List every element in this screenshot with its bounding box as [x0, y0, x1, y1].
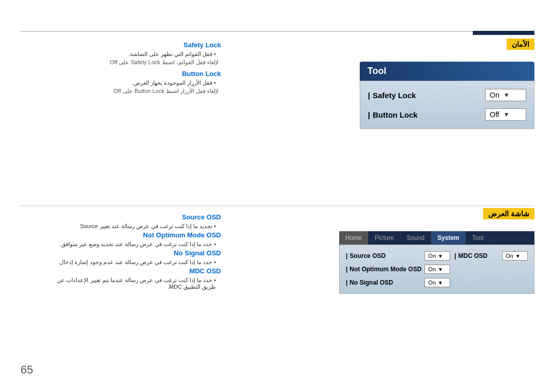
safety-lock-sub: لإلغاء قفل القوائم، اضبط Safety Lock على…	[51, 59, 221, 66]
source-osd-bullet: تحديد ما إذا كنت ترغب في عرض رسالة عند ت…	[51, 223, 221, 230]
top-divider	[21, 31, 534, 32]
safety-lock-value: On	[490, 91, 499, 99]
mdc-osd-bullet: حدد ما إذا كنت ترغب في عرض رسالة عندما ي…	[51, 277, 221, 290]
osd-mdc-value: On	[506, 253, 513, 259]
osd-source-value: On	[428, 253, 436, 259]
safety-lock-select[interactable]: On ▼	[485, 89, 526, 101]
osd-source-osd-row: Source OSD On ▼	[346, 251, 450, 260]
osd-source-select[interactable]: On ▼	[424, 251, 450, 260]
osd-no-signal-select[interactable]: On ▼	[424, 278, 450, 287]
osd-no-signal-arrow-icon: ▼	[438, 280, 443, 286]
osd-tabs: Home Picture Sound System Tool	[339, 231, 534, 245]
section-divider	[21, 206, 534, 206]
osd-not-optimum-label: Not Optimum Mode OSD	[346, 266, 421, 273]
tool-row-safety-lock: Safety Lock On ▼	[368, 89, 526, 101]
safety-lock-title: Safety Lock	[51, 41, 221, 49]
tool-panel-header: Tool	[360, 62, 534, 81]
osd-no-signal-label: No Signal OSD	[346, 279, 393, 286]
tab-tool[interactable]: Tool	[466, 231, 490, 245]
safety-lock-arrow-icon: ▼	[504, 91, 510, 99]
osd-empty-row-2	[454, 278, 528, 287]
osd-body: Source OSD On ▼ MDC OSD On ▼ Not Optimum…	[339, 245, 534, 294]
osd-not-optimum-value: On	[428, 266, 436, 272]
tab-picture[interactable]: Picture	[368, 231, 400, 245]
osd-not-optimum-select[interactable]: On ▼	[424, 265, 450, 274]
arabic-content-bottom: Source OSD تحديد ما إذا كنت ترغب في عرض …	[51, 213, 221, 292]
button-lock-arrow-icon: ▼	[503, 111, 509, 118]
tool-panel: Tool Safety Lock On ▼ Button Lock Off ▼	[360, 62, 534, 129]
tab-system[interactable]: System	[431, 231, 466, 245]
osd-mdc-arrow-icon: ▼	[515, 253, 521, 259]
button-lock-sub: لإلغاء قفل الأزرار اضبط Button Lock على …	[51, 88, 221, 95]
safety-lock-bullet: قفل القوائم التي تظهر على الشاشة.	[51, 51, 221, 58]
osd-empty-row-1	[454, 265, 528, 274]
no-signal-bullet: حدد ما إذا كنت ترغب في عرض رسالة عند عدم…	[51, 259, 221, 266]
arabic-label-top: الأمان	[507, 39, 534, 50]
osd-not-optimum-row: Not Optimum Mode OSD On ▼	[346, 265, 450, 274]
osd-no-signal-row: No Signal OSD On ▼	[346, 278, 450, 287]
not-optimum-title: Not Optimum Mode OSD	[51, 231, 221, 239]
osd-panel: Home Picture Sound System Tool Source OS…	[339, 231, 534, 294]
button-lock-label: Button Lock	[368, 110, 418, 119]
button-lock-value: Off	[490, 110, 499, 119]
arabic-content-top: Safety Lock قفل القوائم التي تظهر على ال…	[51, 41, 221, 99]
osd-mdc-select[interactable]: On ▼	[502, 251, 528, 260]
arabic-label-bottom: شاشة العرض	[483, 208, 534, 219]
tab-home[interactable]: Home	[339, 231, 368, 245]
not-optimum-bullet: حدد ما إذا كنت ترغب في عرض رسالة عند تحد…	[51, 241, 221, 248]
osd-source-label: Source OSD	[346, 252, 385, 259]
tool-panel-title: Tool	[367, 66, 386, 76]
no-signal-title: No Signal OSD	[51, 249, 221, 257]
tool-panel-body: Safety Lock On ▼ Button Lock Off ▼	[360, 81, 534, 129]
tab-sound[interactable]: Sound	[400, 231, 431, 245]
osd-no-signal-value: On	[428, 279, 436, 286]
osd-not-optimum-arrow-icon: ▼	[438, 267, 443, 272]
safety-lock-label: Safety Lock	[368, 91, 416, 100]
tool-row-button-lock: Button Lock Off ▼	[368, 108, 526, 121]
button-lock-title: Button Lock	[51, 70, 221, 78]
page-number: 65	[21, 363, 33, 377]
source-osd-title: Source OSD	[51, 213, 221, 221]
osd-mdc-row: MDC OSD On ▼	[454, 251, 528, 260]
osd-grid: Source OSD On ▼ MDC OSD On ▼ Not Optimum…	[346, 251, 528, 287]
osd-mdc-label: MDC OSD	[454, 252, 487, 259]
button-lock-bullet: قفل الأزرار الموجودة بجهاز العرض.	[51, 80, 221, 86]
osd-source-arrow-icon: ▼	[438, 253, 443, 259]
button-lock-select[interactable]: Off ▼	[485, 108, 526, 121]
top-accent	[473, 31, 534, 35]
mdc-osd-title: MDC OSD	[51, 267, 221, 275]
